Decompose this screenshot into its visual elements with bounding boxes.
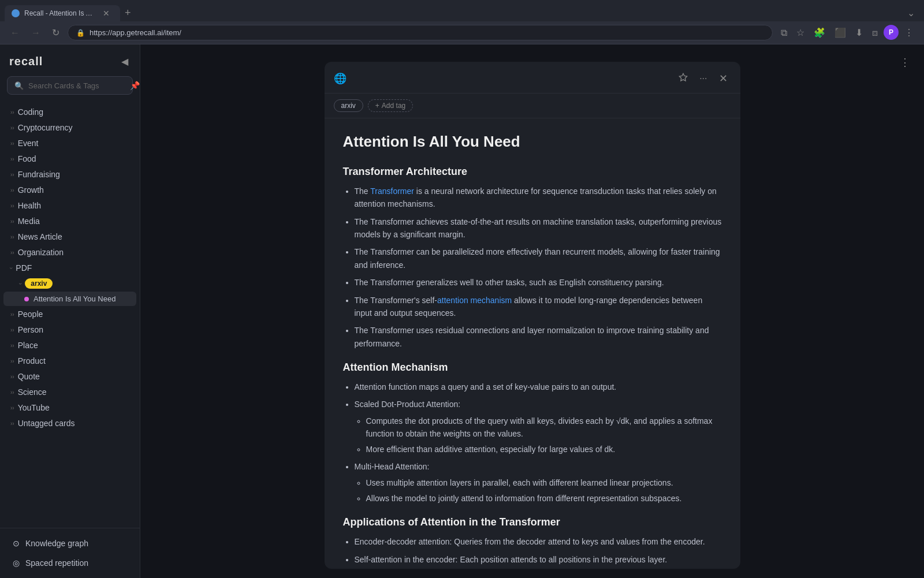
sidebar-item-media[interactable]: › Media <box>3 214 136 229</box>
back-button[interactable]: ← <box>7 25 23 40</box>
close-panel-button[interactable]: ✕ <box>716 70 731 87</box>
sidebar-item-cryptocurrency[interactable]: › Cryptocurrency <box>3 120 136 135</box>
globe-icon: 🌐 <box>334 72 346 85</box>
sidebar-item-label: Cryptocurrency <box>18 123 73 132</box>
chevron-right-icon: › <box>10 420 14 427</box>
chevron-right-icon: › <box>10 203 14 209</box>
more-options-button[interactable]: ··· <box>696 71 710 86</box>
chevron-right-icon: › <box>10 342 14 349</box>
sidebar-toggle-button[interactable]: ◀ <box>119 54 131 69</box>
chevron-down-icon: › <box>17 282 24 284</box>
sidebar-item-health[interactable]: › Health <box>3 198 136 213</box>
sidebar-knowledge-graph[interactable]: ⊙ Knowledge graph <box>3 534 136 553</box>
sidebar-item-coding[interactable]: › Coding <box>3 105 136 120</box>
app-logo: recall <box>9 55 43 68</box>
card-dot-icon <box>24 297 29 301</box>
sidebar-item-attention-paper[interactable]: Attention Is All You Need <box>3 292 136 306</box>
extensions-button[interactable]: 🧩 <box>810 25 829 40</box>
app-body: recall ◀ 🔍 📌 › Coding › Cryptocurrency ›… <box>0 44 924 578</box>
tab-title: Recall - Attention Is All You N... <box>24 9 97 17</box>
sidebar-item-organization[interactable]: › Organization <box>3 245 136 260</box>
multi-head-list: Uses multiple attention layers in parall… <box>355 476 722 505</box>
arxiv-tag[interactable]: arxiv <box>334 99 363 112</box>
address-bar[interactable]: 🔒 https://app.getrecall.ai/item/ <box>68 25 773 40</box>
download-button[interactable]: ⬇ <box>852 25 866 40</box>
list-item: The Transformer achieves state-of-the-ar… <box>355 215 722 241</box>
transformer-list: The Transformer is a neural network arch… <box>343 185 722 350</box>
spaced-repetition-icon: ◎ <box>13 558 20 568</box>
reload-button[interactable]: ↻ <box>49 25 63 40</box>
sidebar-item-people[interactable]: › People <box>3 307 136 322</box>
list-item: Computes the dot products of the query w… <box>366 415 722 441</box>
article-content: Attention Is All You Need Transformer Ar… <box>325 118 740 569</box>
chevron-right-icon: › <box>10 358 14 364</box>
pin-button[interactable] <box>675 70 691 87</box>
arxiv-tag-pill: arxiv <box>25 278 53 289</box>
tab-expand-button[interactable]: ⌄ <box>903 5 919 21</box>
transformer-link[interactable]: Transformer <box>370 187 414 196</box>
list-item: Allows the model to jointly attend to in… <box>366 492 722 505</box>
menu-button[interactable]: ⋮ <box>901 25 917 40</box>
sidebar-item-fundraising[interactable]: › Fundraising <box>3 167 136 182</box>
browser-tab[interactable]: Recall - Attention Is All You N... ✕ <box>5 5 120 21</box>
nav-actions: ⧉ ☆ 🧩 ⬛ ⬇ ⧈ P ⋮ <box>777 25 917 40</box>
sidebar-item-person[interactable]: › Person <box>3 322 136 337</box>
sidebar-item-label: YouTube <box>18 403 50 412</box>
card-item-label: Attention Is All You Need <box>33 294 116 303</box>
sidebar-item-label: Science <box>18 387 47 397</box>
chevron-right-icon: › <box>10 389 14 396</box>
sidebar-item-label: Product <box>18 356 46 366</box>
chevron-down-icon: › <box>8 267 14 269</box>
applications-list: Encoder-decoder attention: Queries from … <box>343 535 722 569</box>
sidebar-item-youtube[interactable]: › YouTube <box>3 400 136 415</box>
list-item: The Transformer can be parallelized more… <box>355 245 722 271</box>
chevron-right-icon: › <box>10 218 14 225</box>
split-button[interactable]: ⧈ <box>869 25 881 40</box>
bookmark-button[interactable]: ☆ <box>793 25 808 40</box>
sidebar-item-pdf[interactable]: › PDF <box>3 260 136 275</box>
chevron-right-icon: › <box>10 171 14 178</box>
sidebar-item-label: Quote <box>18 372 40 381</box>
attention-mechanism-link[interactable]: attention mechanism <box>437 296 512 305</box>
sidebar: recall ◀ 🔍 📌 › Coding › Cryptocurrency ›… <box>0 44 140 578</box>
sidebar-item-product[interactable]: › Product <box>3 353 136 368</box>
section-heading-transformer: Transformer Architecture <box>343 166 722 178</box>
sidebar-item-label: Untagged cards <box>18 419 75 428</box>
chevron-right-icon: › <box>10 234 14 240</box>
sidebar-item-science[interactable]: › Science <box>3 385 136 400</box>
sidebar-item-food[interactable]: › Food <box>3 151 136 166</box>
sidebar-item-label: Event <box>18 139 39 148</box>
sidebar-item-arxiv[interactable]: › arxiv <box>3 276 136 291</box>
profile-button[interactable]: P <box>884 25 899 40</box>
search-icon: 🔍 <box>14 81 24 90</box>
tab-bar: Recall - Attention Is All You N... ✕ + ⌄ <box>0 0 924 21</box>
section-heading-attention: Attention Mechanism <box>343 361 722 374</box>
sidebar-item-label: Media <box>18 217 40 226</box>
chevron-right-icon: › <box>10 140 14 147</box>
sidebar-item-untagged[interactable]: › Untagged cards <box>3 416 136 431</box>
chevron-right-icon: › <box>10 405 14 411</box>
screenshot-button[interactable]: ⧉ <box>777 25 791 40</box>
sidebar-item-growth[interactable]: › Growth <box>3 182 136 197</box>
add-tag-button[interactable]: + Add tag <box>368 99 413 112</box>
list-item: More efficient than additive attention, … <box>366 443 722 456</box>
article-panel: 🌐 ··· ✕ arxiv + Add tag <box>325 62 740 569</box>
top-right-menu: ⋮ <box>895 54 915 71</box>
forward-button[interactable]: → <box>28 25 44 40</box>
sidebar-item-place[interactable]: › Place <box>3 338 136 353</box>
sidebar-item-news-article[interactable]: › News Article <box>3 229 136 244</box>
address-text: https://app.getrecall.ai/item/ <box>90 28 764 37</box>
tab-close-button[interactable]: ✕ <box>102 9 111 18</box>
chevron-right-icon: › <box>10 311 14 318</box>
sidebar-footer: ⊙ Knowledge graph ◎ Spaced repetition <box>0 528 140 578</box>
sidebar-spaced-repetition[interactable]: ◎ Spaced repetition <box>3 554 136 572</box>
search-bar-container: 🔍 📌 <box>7 76 133 95</box>
sidebar-header: recall ◀ <box>0 44 140 74</box>
sidebar-item-quote[interactable]: › Quote <box>3 369 136 384</box>
extensions2-button[interactable]: ⬛ <box>831 25 850 40</box>
three-dots-menu-button[interactable]: ⋮ <box>895 54 915 71</box>
search-input[interactable] <box>28 81 125 90</box>
new-tab-button[interactable]: + <box>120 5 136 21</box>
sidebar-item-event[interactable]: › Event <box>3 136 136 151</box>
list-item: The Transformer's self-attention mechani… <box>355 294 722 320</box>
